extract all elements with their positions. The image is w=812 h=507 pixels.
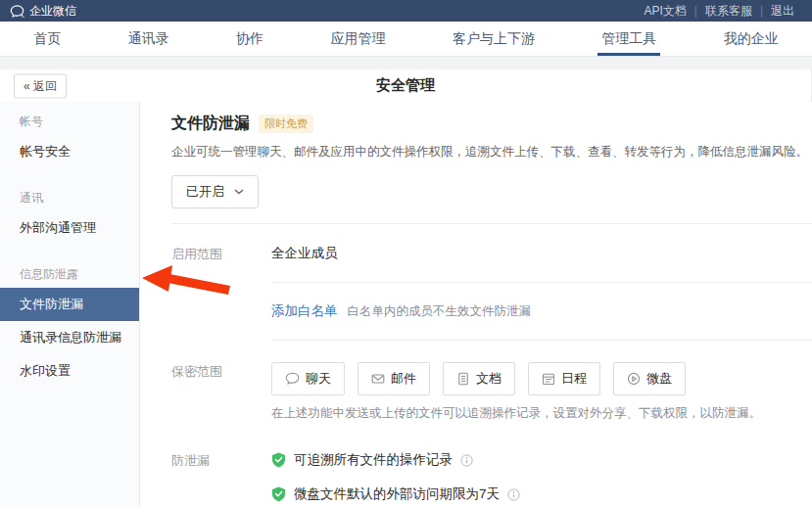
divider bbox=[271, 340, 812, 341]
wecom-bubble-icon bbox=[10, 5, 24, 18]
sidebar-section-leak-prevention: 信息防泄露 文件防泄漏 通讯录信息防泄漏 水印设置 bbox=[0, 256, 139, 388]
feature-title: 文件防泄漏 bbox=[171, 114, 250, 134]
sidebar-item-contacts-leak-prevention[interactable]: 通讯录信息防泄漏 bbox=[0, 321, 139, 354]
chip-mail[interactable]: 邮件 bbox=[358, 362, 430, 395]
leak-prevention-item: 微盘文件默认的外部访问期限为7天 bbox=[271, 485, 520, 503]
sidebar-section-label: 帐号 bbox=[0, 104, 139, 135]
nav-item-collaboration[interactable]: 协作 bbox=[226, 22, 273, 56]
info-icon[interactable] bbox=[507, 488, 520, 501]
scope-value: 全企业成员 bbox=[271, 245, 338, 262]
secrecy-chip-group: 聊天 邮件 文档 bbox=[271, 362, 686, 395]
brand-name: 企业微信 bbox=[29, 3, 76, 20]
background-gap bbox=[0, 57, 812, 69]
calendar-icon bbox=[542, 372, 555, 386]
nav-item-home[interactable]: 首页 bbox=[24, 22, 71, 56]
chip-label: 文档 bbox=[476, 370, 502, 388]
topbar-links: API文档 | 联系客服 | 退出 bbox=[636, 3, 802, 20]
shield-check-icon bbox=[271, 486, 286, 502]
chip-label: 日程 bbox=[561, 370, 587, 388]
limited-free-badge: 限时免费 bbox=[259, 115, 313, 133]
chat-icon bbox=[285, 372, 300, 386]
nav-item-customers[interactable]: 客户与上下游 bbox=[443, 22, 545, 56]
leak-item-text: 微盘文件默认的外部访问期限为7天 bbox=[294, 485, 500, 503]
chevron-down-icon bbox=[234, 189, 244, 195]
chip-label: 聊天 bbox=[306, 370, 331, 388]
sidebar-item-external-communication[interactable]: 外部沟通管理 bbox=[0, 211, 139, 245]
brand-logo: 企业微信 bbox=[10, 3, 76, 20]
chip-calendar[interactable]: 日程 bbox=[528, 362, 600, 395]
chip-drive[interactable]: 微盘 bbox=[613, 362, 686, 395]
feature-description: 企业可统一管理聊天、邮件及应用中的文件操作权限，追溯文件上传、下载、查看、转发等… bbox=[171, 144, 808, 161]
chip-label: 邮件 bbox=[391, 370, 416, 388]
info-icon[interactable] bbox=[460, 454, 473, 467]
scope-label: 启用范围 bbox=[171, 245, 271, 263]
primary-nav: 首页 通讯录 协作 应用管理 客户与上下游 管理工具 我的企业 bbox=[0, 22, 812, 57]
chip-label: 微盘 bbox=[646, 370, 672, 388]
leak-prevention-label: 防泄漏 bbox=[171, 451, 271, 470]
sidebar: 帐号 帐号安全 通讯 外部沟通管理 信息防泄露 文件防泄漏 通讯录信息防泄漏 水… bbox=[0, 102, 140, 507]
drive-icon bbox=[627, 372, 641, 386]
status-dropdown-value: 已开启 bbox=[186, 183, 224, 201]
nav-item-contacts[interactable]: 通讯录 bbox=[119, 22, 179, 56]
nav-item-admin-tools[interactable]: 管理工具 bbox=[592, 22, 666, 56]
sidebar-section-label: 信息防泄露 bbox=[0, 256, 139, 288]
page-title: 安全管理 bbox=[376, 76, 435, 95]
status-dropdown[interactable]: 已开启 bbox=[171, 175, 259, 208]
leak-prevention-item: 可追溯所有文件的操作记录 bbox=[271, 451, 520, 469]
content-area: 文件防泄漏 限时免费 企业可统一管理聊天、邮件及应用中的文件操作权限，追溯文件上… bbox=[140, 102, 812, 507]
api-docs-link[interactable]: API文档 bbox=[636, 3, 693, 20]
security-panel: « 返回 安全管理 帐号 帐号安全 通讯 外部沟通管理 信息防泄露 文件防泄漏 … bbox=[0, 69, 812, 507]
back-button[interactable]: « 返回 bbox=[14, 73, 67, 98]
leak-prevention-list: 可追溯所有文件的操作记录 微盘文件默认的外部访问期限为7天 bbox=[271, 451, 520, 503]
doc-icon bbox=[456, 372, 470, 386]
mail-icon bbox=[371, 372, 385, 386]
nav-item-apps[interactable]: 应用管理 bbox=[320, 22, 395, 56]
logout-link[interactable]: 退出 bbox=[763, 3, 802, 20]
sidebar-section-label: 通讯 bbox=[0, 180, 139, 211]
whitelist-hint: 白名单内的成员不生效文件防泄漏 bbox=[348, 303, 532, 320]
sidebar-item-account-security[interactable]: 帐号安全 bbox=[0, 135, 139, 168]
sidebar-item-watermark-settings[interactable]: 水印设置 bbox=[0, 354, 139, 388]
main-layout: 帐号 帐号安全 通讯 外部沟通管理 信息防泄露 文件防泄漏 通讯录信息防泄漏 水… bbox=[0, 102, 811, 507]
chip-doc[interactable]: 文档 bbox=[443, 362, 515, 395]
topbar: 企业微信 API文档 | 联系客服 | 退出 bbox=[0, 0, 812, 22]
secrecy-scope-label: 保密范围 bbox=[171, 362, 271, 381]
shield-check-icon bbox=[271, 452, 286, 468]
nav-item-my-company[interactable]: 我的企业 bbox=[714, 22, 788, 56]
add-whitelist-link[interactable]: 添加白名单 bbox=[271, 302, 338, 320]
sidebar-section-communication: 通讯 外部沟通管理 bbox=[0, 180, 139, 245]
contact-support-link[interactable]: 联系客服 bbox=[697, 3, 760, 20]
divider bbox=[271, 282, 812, 283]
leak-item-text: 可追溯所有文件的操作记录 bbox=[294, 451, 453, 469]
secrecy-hint: 在上述功能中发送或上传的文件可以追溯操作记录，设置对外分享、下载权限，以防泄漏。 bbox=[271, 405, 812, 422]
chip-chat[interactable]: 聊天 bbox=[271, 362, 345, 395]
sidebar-item-file-leak-prevention[interactable]: 文件防泄漏 bbox=[0, 288, 139, 321]
divider bbox=[171, 223, 812, 224]
sidebar-section-account: 帐号 帐号安全 bbox=[0, 104, 139, 168]
page-header: « 返回 安全管理 bbox=[0, 69, 811, 102]
